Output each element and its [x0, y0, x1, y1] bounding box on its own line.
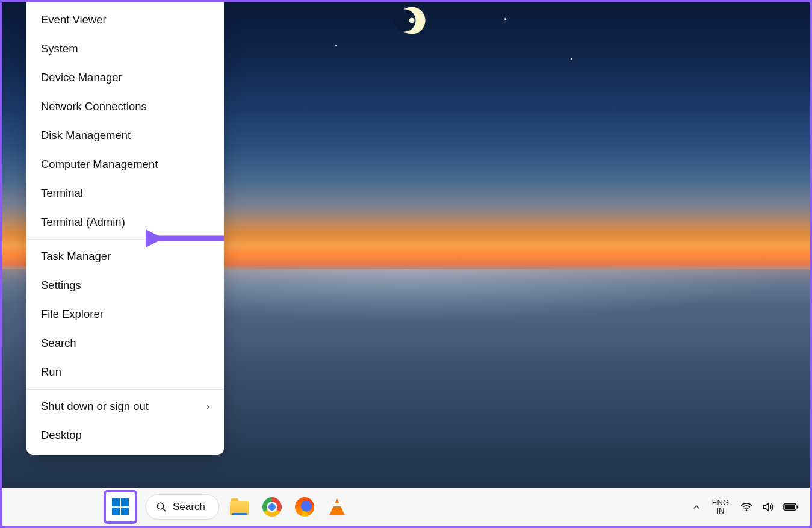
taskbar-app-chrome[interactable] — [260, 495, 284, 519]
menu-item-task-manager[interactable]: Task Manager — [26, 242, 224, 271]
chevron-right-icon: › — [206, 402, 209, 411]
menu-item-terminal-admin[interactable]: Terminal (Admin) — [26, 208, 224, 237]
system-tray — [740, 500, 799, 514]
menu-item-run[interactable]: Run — [26, 358, 224, 387]
search-label: Search — [173, 501, 205, 513]
menu-item-label: Shut down or sign out — [41, 400, 149, 413]
menu-item-disk-management[interactable]: Disk Management — [26, 121, 224, 150]
taskbar: Search ENG IN — [2, 488, 810, 526]
taskbar-app-file-explorer[interactable] — [228, 495, 252, 519]
menu-separator — [26, 389, 224, 390]
menu-item-label: Computer Management — [41, 158, 158, 171]
windows-logo-icon — [112, 498, 129, 515]
wifi-icon[interactable] — [740, 500, 753, 514]
menu-item-network-connections[interactable]: Network Connections — [26, 92, 224, 121]
menu-item-desktop[interactable]: Desktop — [26, 421, 224, 450]
menu-item-label: System — [41, 42, 78, 55]
taskbar-app-firefox[interactable] — [293, 495, 317, 519]
svg-rect-6 — [797, 505, 799, 508]
firefox-icon — [295, 497, 314, 517]
menu-item-label: Disk Management — [41, 129, 131, 142]
menu-item-label: Event Viewer — [41, 13, 107, 26]
language-line2: IN — [712, 507, 729, 515]
menu-item-file-explorer[interactable]: File Explorer — [26, 300, 224, 329]
start-context-menu: Event ViewerSystemDevice ManagerNetwork … — [26, 2, 224, 455]
start-button-highlight — [104, 490, 137, 524]
svg-point-3 — [746, 509, 748, 511]
menu-item-terminal[interactable]: Terminal — [26, 179, 224, 208]
chrome-icon — [262, 497, 282, 517]
folder-icon — [230, 498, 249, 515]
menu-item-search[interactable]: Search — [26, 329, 224, 358]
menu-item-label: Network Connections — [41, 100, 147, 113]
menu-item-shut-down-or-sign-out[interactable]: Shut down or sign out› — [26, 392, 224, 421]
search-icon — [156, 502, 167, 512]
language-line1: ENG — [712, 498, 729, 507]
menu-item-event-viewer[interactable]: Event Viewer — [26, 5, 224, 34]
menu-item-label: Task Manager — [41, 250, 111, 263]
battery-icon[interactable] — [783, 502, 799, 512]
svg-line-2 — [163, 508, 166, 511]
menu-separator — [26, 239, 224, 240]
menu-item-label: Run — [41, 365, 61, 379]
menu-item-device-manager[interactable]: Device Manager — [26, 63, 224, 92]
menu-item-label: Search — [41, 337, 76, 350]
volume-icon[interactable] — [761, 500, 775, 514]
language-indicator[interactable]: ENG IN — [712, 498, 729, 516]
menu-item-label: Desktop — [41, 429, 82, 442]
taskbar-search[interactable]: Search — [146, 494, 219, 520]
menu-item-label: Device Manager — [41, 71, 122, 84]
menu-item-system[interactable]: System — [26, 34, 224, 63]
menu-item-computer-management[interactable]: Computer Management — [26, 150, 224, 179]
vlc-icon — [329, 498, 345, 515]
taskbar-app-vlc[interactable] — [325, 495, 349, 519]
start-button[interactable] — [108, 495, 132, 519]
menu-item-settings[interactable]: Settings — [26, 271, 224, 300]
menu-item-label: Terminal (Admin) — [41, 216, 125, 229]
svg-rect-5 — [785, 505, 795, 509]
menu-item-label: Settings — [41, 279, 81, 292]
tray-overflow-chevron-icon[interactable] — [692, 502, 701, 512]
menu-item-label: Terminal — [41, 187, 83, 200]
menu-item-label: File Explorer — [41, 308, 104, 321]
